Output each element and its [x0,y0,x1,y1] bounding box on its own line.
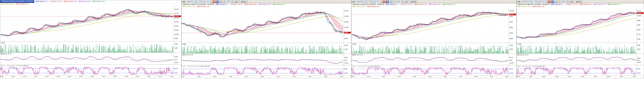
volume-label: 出来高 [1,42,5,44]
bars-value: 500本 [562,1,566,3]
chevron-down-icon: ▼ [195,1,197,3]
market-label: 先物 [182,1,185,3]
period-button-day[interactable]: 日 [216,0,219,3]
macd-label: MACD( 12, 26, 9 ) [182,54,193,56]
price-chart-canvas[interactable] [182,7,351,78]
period-button-day[interactable]: 日 [551,0,554,3]
period-button-week[interactable]: 週 [554,0,557,3]
period-button-minute[interactable]: 分 [548,0,551,3]
legend-ichimoku: 一目均衡表( 9, 26, 52 ) [48,0,62,2]
legend-row-2: 移動平均(Close, 150 ) 移動平均(Close, 25 ) [0,3,181,5]
period-button-minute[interactable]: 分 [383,0,386,3]
chevron-down-icon: ▼ [530,1,532,3]
chevron-down-icon: ▼ [203,1,205,3]
period-button-day[interactable]: 日 [386,0,389,3]
update-button[interactable]: 更新 [569,0,574,3]
market-label: 先物 [517,1,520,3]
legend-ichimoku: 一目均衡表( 9, 26, 52 ) [399,3,413,5]
legend-ma75: 移動平均(Close, 75 ) [442,3,455,5]
bars-select[interactable]: 500本▼ [226,0,233,3]
contract-select[interactable]: 12月限▼ [368,0,375,3]
timeframe-value: 30分 [542,1,544,3]
legend-row-2: 移動平均(Close, 150 ) 移動平均(Close, 25 ) [182,5,351,7]
market-label: 先物 [352,1,355,3]
legend-ma9: 移動平均(Close, 9 ) [386,3,398,5]
legend-ichimoku: 一目均衡表( 9, 26, 52 ) [564,3,578,5]
timeframe-select[interactable]: 30分▼ [541,0,547,3]
period-button-month[interactable]: 月 [393,0,396,3]
symbol-value: 日経225mini [522,1,530,3]
legend-ma150: 移動平均(Close, 150 ) [182,6,196,7]
price-chart-canvas[interactable] [517,7,644,78]
chart-window-4: 先物 日経225mini▼ 12月限▼ 30分▼ 分 日 週 月 500本▼ 更… [516,0,644,78]
legend-vol-ma25: 移動平均(Close, 25 ) [16,3,28,5]
chart-title: 日経225mini 12月限 (30分) 2012/03/06 - 2012/0… [517,3,549,5]
legend-row-1: 移動平均(Close, 9 ) 一目均衡表( 9, 26, 52 ) 移動平均(… [34,0,106,2]
legend-ma9: 移動平均(Close, 9 ) [551,3,562,5]
legend-ma75: 移動平均(Close, 75 ) [272,3,285,5]
compare-button[interactable]: 銘柄比較 [410,0,418,3]
window-title[interactable]: 日経225mini 12月限 (5分) 2012/03/16 - 2012/03… [0,0,34,3]
legend-row-2: 移動平均(Close, 150 ) 移動平均(Close, 25 ) [352,5,516,7]
bars-select[interactable]: 500本▼ [561,0,568,3]
chevron-down-icon: ▼ [380,1,382,3]
legend-ichimoku: 一目均衡表( 9, 26, 52 ) [229,3,243,5]
period-button-month[interactable]: 月 [223,0,226,3]
chevron-down-icon: ▼ [210,1,212,3]
bars-value: 500本 [227,1,230,3]
symbol-select[interactable]: 日経225mini▼ [356,0,367,3]
macd-label: MACD( 12, 26, 9 ) [517,54,528,56]
legend-ma40: 移動平均(Close, 40 ) [78,0,91,2]
chart-toolbar: 先物 日経225mini▼ 12月限▼ 15分▼ 分 日 週 月 500本▼ 更… [352,0,516,3]
period-button-minute[interactable]: 分 [213,0,216,3]
legend-ma9: 移動平均(Close, 9 ) [35,0,47,2]
legend-vol-ma25: 移動平均(Close, 25 ) [197,6,210,7]
compare-button[interactable]: 銘柄比較 [575,0,583,3]
contract-value: 12月限 [198,1,202,3]
timeframe-select[interactable]: 10分▼ [206,0,212,3]
symbol-value: 日経225mini [356,1,364,3]
legend-vol-ma25: 移動平均(Close, 25 ) [532,6,545,7]
symbol-select[interactable]: 日経225mini▼ [186,0,197,3]
compare-button[interactable]: 銘柄比較 [240,0,248,3]
symbol-select[interactable]: 日経225mini▼ [521,0,532,3]
macd-label: MACD( 12, 26, 9 ) [1,53,12,55]
chart-area[interactable]: 出来高 MACD( 12, 26, 9 ) スロー・ストキャスティクス( 14,… [517,7,644,78]
legend-ma9: 移動平均(Close, 9 ) [216,3,228,5]
legend-row-2: 移動平均(Close, 150 ) 移動平均(Close, 25 ) [517,5,644,7]
timeframe-select[interactable]: 15分▼ [376,0,382,3]
period-button-week[interactable]: 週 [220,0,222,3]
legend-row-1: 日経225mini 12月限 (30分) 2012/03/06 - 2012/0… [517,3,644,5]
stochastics-label: スロー・ストキャスティクス( 14, 3, 80, 20 ) [1,65,28,67]
symbol-value: 日経225mini [186,1,194,3]
legend-ma25: 移動平均(Close, 25 ) [414,3,427,5]
contract-value: 12月限 [368,1,372,3]
chart-toolbar: 先物 日経225mini▼ 12月限▼ 30分▼ 分 日 週 月 500本▼ 更… [517,0,644,3]
legend-ma150: 移動平均(Close, 150 ) [1,3,14,5]
stochastics-label: スロー・ストキャスティクス( 14, 3, 80, 20 ) [517,65,545,67]
update-button[interactable]: 更新 [404,0,409,3]
chart-area[interactable]: 出来高 MACD( 12, 26, 9 ) スロー・ストキャスティクス( 14,… [182,7,351,78]
chart-toolbar: 先物 日経225mini▼ 12月限▼ 10分▼ 分 日 週 月 500本▼ 更… [182,0,351,3]
legend-ma40: 移動平均(Close, 40 ) [428,3,441,5]
price-chart-canvas[interactable] [0,5,181,78]
legend-row-1: 日経225mini 12月限 (10分) 2012/03/14 - 2012/0… [182,3,351,5]
bars-select[interactable]: 500本▼ [396,0,403,3]
chart-area[interactable]: 出来高 MACD( 12, 26, 9 ) スロー・ストキャスティクス( 14,… [0,5,181,78]
timeframe-value: 15分 [376,1,380,3]
chart-title: 日経225mini 12月限 (15分) 2012/03/12 - 2012/0… [352,3,384,5]
period-button-month[interactable]: 月 [558,0,561,3]
macd-label: MACD( 12, 26, 9 ) [352,54,363,56]
legend-ma25: 移動平均(Close, 25 ) [580,3,592,5]
contract-select[interactable]: 12月限▼ [198,0,205,3]
contract-select[interactable]: 12月限▼ [533,0,540,3]
titlebar-row: 日経225mini 12月限 (5分) 2012/03/16 - 2012/03… [0,0,181,3]
period-button-week[interactable]: 週 [390,0,392,3]
update-button[interactable]: 更新 [234,0,239,3]
price-chart-canvas[interactable] [352,7,516,78]
chart-area[interactable]: 出来高 MACD( 12, 26, 9 ) スロー・ストキャスティクス( 14,… [352,7,516,78]
volume-label: 出来高 [517,43,521,45]
chart-window-1: 日経225mini 12月限 (5分) 2012/03/16 - 2012/03… [0,0,181,78]
legend-ma25: 移動平均(Close, 25 ) [64,0,77,2]
chevron-down-icon: ▼ [365,1,367,3]
